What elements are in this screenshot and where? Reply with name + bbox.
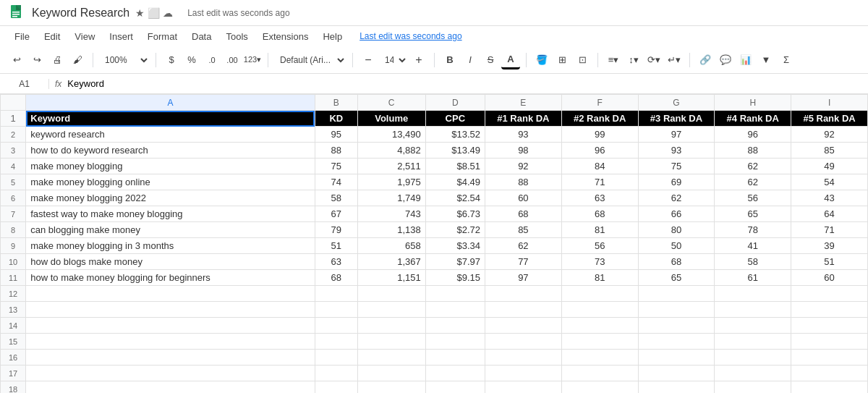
r1-cell[interactable]: 93	[485, 127, 561, 143]
r2-cell[interactable]: 84	[561, 159, 638, 174]
empty-cell[interactable]	[791, 381, 868, 394]
cpc-cell[interactable]: $9.15	[425, 270, 485, 286]
r2-cell[interactable]: 71	[561, 174, 638, 190]
empty-cell[interactable]	[26, 286, 315, 302]
row-num[interactable]: 5	[1, 174, 26, 190]
keyword-cell[interactable]: make money blogging 2022	[26, 190, 315, 206]
cell-i1[interactable]: #5 Rank DA	[791, 111, 868, 127]
r4-cell[interactable]: 78	[715, 222, 791, 238]
empty-cell[interactable]	[638, 381, 715, 394]
empty-cell[interactable]	[715, 286, 791, 302]
empty-cell[interactable]	[638, 365, 715, 381]
text-align-button[interactable]: ≡▾	[604, 51, 623, 69]
keyword-cell[interactable]: fastest way to make money blogging	[26, 206, 315, 222]
r2-cell[interactable]: 81	[561, 222, 638, 238]
borders-button[interactable]: ⊞	[553, 51, 571, 69]
cell-c1[interactable]: Volume	[357, 111, 425, 127]
empty-cell[interactable]	[485, 334, 561, 350]
empty-cell[interactable]	[315, 334, 357, 350]
cpc-cell[interactable]: $13.49	[425, 143, 485, 159]
text-rotation-button[interactable]: ⟳▾	[644, 51, 663, 69]
row-num[interactable]: 2	[1, 127, 26, 143]
cpc-cell[interactable]: $13.52	[425, 127, 485, 143]
r5-cell[interactable]: 43	[791, 190, 868, 206]
r2-cell[interactable]: 68	[561, 206, 638, 222]
bold-button[interactable]: B	[441, 51, 459, 69]
r3-cell[interactable]: 50	[638, 238, 715, 254]
r4-cell[interactable]: 61	[715, 270, 791, 286]
cell-b1[interactable]: KD	[315, 111, 357, 127]
empty-cell[interactable]	[425, 350, 485, 365]
percent-button[interactable]: %	[182, 51, 201, 69]
volume-cell[interactable]: 1,749	[357, 190, 425, 206]
empty-cell[interactable]	[638, 302, 715, 318]
merge-cells-button[interactable]: ⊡	[573, 51, 592, 69]
r2-cell[interactable]: 99	[561, 127, 638, 143]
r4-cell[interactable]: 62	[715, 159, 791, 174]
zoom-select[interactable]: 100% 75% 125%	[99, 53, 150, 67]
col-header-h[interactable]: H	[715, 95, 791, 111]
italic-button[interactable]: I	[461, 51, 480, 69]
cpc-cell[interactable]: $6.73	[425, 206, 485, 222]
keyword-cell[interactable]: make money blogging in 3 months	[26, 238, 315, 254]
row-num[interactable]: 11	[1, 270, 26, 286]
font-size-select[interactable]: 14 891011 12141824	[379, 53, 408, 67]
empty-cell[interactable]	[485, 286, 561, 302]
col-header-g[interactable]: G	[638, 95, 715, 111]
menu-help[interactable]: Help	[317, 29, 348, 44]
row-num[interactable]: 6	[1, 190, 26, 206]
empty-cell[interactable]	[357, 318, 425, 334]
empty-cell[interactable]	[715, 381, 791, 394]
r5-cell[interactable]: 49	[791, 159, 868, 174]
empty-cell[interactable]	[357, 381, 425, 394]
empty-cell[interactable]	[357, 286, 425, 302]
r2-cell[interactable]: 63	[561, 190, 638, 206]
title-icon-slides[interactable]: ⬜	[148, 7, 160, 19]
row-num[interactable]: 8	[1, 222, 26, 238]
keyword-cell[interactable]: how do blogs make money	[26, 254, 315, 270]
font-size-increase-button[interactable]: +	[409, 51, 428, 69]
text-wrap-button[interactable]: ↵▾	[665, 51, 684, 69]
comment-button[interactable]: 💬	[716, 51, 735, 69]
cpc-cell[interactable]: $4.49	[425, 174, 485, 190]
volume-cell[interactable]: 1,367	[357, 254, 425, 270]
cell-g1[interactable]: #3 Rank DA	[638, 111, 715, 127]
format-123-button[interactable]: 123▾	[243, 51, 262, 69]
r1-cell[interactable]: 98	[485, 143, 561, 159]
font-size-decrease-button[interactable]: −	[359, 51, 378, 69]
undo-button[interactable]: ↩	[7, 51, 26, 69]
function-button[interactable]: Σ	[777, 51, 796, 69]
empty-cell[interactable]	[638, 286, 715, 302]
r2-cell[interactable]: 56	[561, 238, 638, 254]
cell-e1[interactable]: #1 Rank DA	[485, 111, 561, 127]
kd-cell[interactable]: 51	[315, 238, 357, 254]
r2-cell[interactable]: 73	[561, 254, 638, 270]
r5-cell[interactable]: 85	[791, 143, 868, 159]
decimal-down-button[interactable]: .0	[203, 51, 221, 69]
empty-cell[interactable]	[26, 381, 315, 394]
r3-cell[interactable]: 68	[638, 254, 715, 270]
empty-cell[interactable]	[715, 350, 791, 365]
r1-cell[interactable]: 85	[485, 222, 561, 238]
col-header-d[interactable]: D	[425, 95, 485, 111]
cell-f1[interactable]: #2 Rank DA	[561, 111, 638, 127]
kd-cell[interactable]: 67	[315, 206, 357, 222]
menu-data[interactable]: Data	[186, 29, 217, 44]
empty-cell[interactable]	[715, 318, 791, 334]
volume-cell[interactable]: 4,882	[357, 143, 425, 159]
menu-extensions[interactable]: Extensions	[257, 29, 315, 44]
link-button[interactable]: 🔗	[696, 51, 715, 69]
cell-d1[interactable]: CPC	[425, 111, 485, 127]
r5-cell[interactable]: 51	[791, 254, 868, 270]
r4-cell[interactable]: 62	[715, 174, 791, 190]
menu-view[interactable]: View	[69, 29, 101, 44]
font-family-select[interactable]: Default (Ari...	[274, 53, 346, 67]
volume-cell[interactable]: 658	[357, 238, 425, 254]
r3-cell[interactable]: 97	[638, 127, 715, 143]
r3-cell[interactable]: 75	[638, 159, 715, 174]
r1-cell[interactable]: 62	[485, 238, 561, 254]
vertical-align-button[interactable]: ↕▾	[624, 51, 643, 69]
title-icon-star[interactable]: ★	[135, 7, 145, 19]
empty-cell[interactable]	[791, 302, 868, 318]
empty-cell[interactable]	[425, 365, 485, 381]
